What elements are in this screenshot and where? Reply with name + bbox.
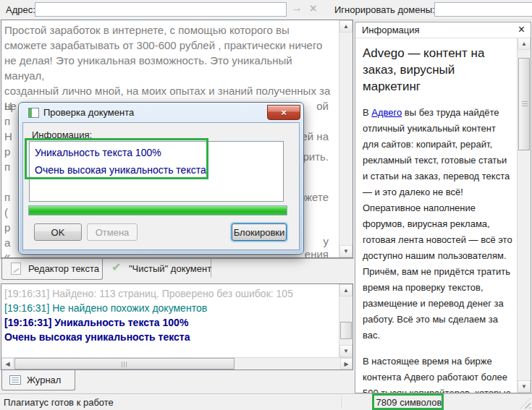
editor-text-fragment: р [4,221,10,234]
log-lines: [19:16:31] Найдено: 113 страниц. Провере… [4,286,334,344]
address-input[interactable] [35,2,287,17]
log-line: [19:16:31] Уникальность текста 100% [4,315,334,330]
dialog-title: Проверка документа [43,107,134,118]
journal-list-icon [9,375,21,385]
panel-vertical-scrollbar[interactable]: ▲ ▼ [517,38,531,393]
article-heading: Advego — контент на заказ, вирусный марк… [363,45,512,95]
info-panel: Информация × Advego — контент на заказ, … [355,22,531,393]
info-paragraph: В Адвего вы без труда найдёте отличный у… [363,105,512,343]
dialog-body: Информация: Уникальность текста 100% Оче… [22,122,300,250]
progress-bar [28,205,287,215]
editor-text-fragment: ей на [301,130,329,142]
advego-link[interactable]: Адвего [371,107,402,118]
scroll-down-icon[interactable]: ▼ [518,380,531,393]
scroll-down-icon[interactable]: ▼ [339,345,352,357]
ignore-domains-label: Игнорировать домены: [334,4,435,15]
editor-tab-bar: Редактор текста ✔ "Чистый" документ [0,258,354,283]
journal-tab-bar: Журнал [0,370,354,393]
dialog-close-button[interactable]: × [267,105,300,120]
editor-text-fragment: у [324,235,329,247]
editor-text-fragment: п [4,115,10,127]
clear-address-icon[interactable]: × [310,2,316,15]
tab-text-editor[interactable]: Редактор текста [1,259,103,280]
scroll-left-icon[interactable]: ◀ [1,358,14,370]
scroll-up-icon[interactable]: ▲ [339,284,352,296]
page-edit-icon [11,262,21,275]
scrollbar-thumb[interactable] [518,58,530,150]
dialog-info-label: Информация: [32,129,92,140]
log-area[interactable]: [19:16:31] Найдено: 113 страниц. Провере… [1,283,353,370]
info-paragraph: В настоящее время на бирже контента Адве… [363,354,512,393]
check-document-dialog: Проверка документа × Информация: Уникаль… [18,102,304,255]
editor-text-fragment: ой [316,100,329,112]
log-line: [19:16:31] Найдено: 113 страниц. Провере… [4,286,334,301]
blocks-button[interactable]: Блокировки [232,223,287,241]
editor-text-fragment: р [4,145,10,158]
scroll-down-icon[interactable]: ▼ [339,245,352,257]
editor-text-fragment: п [4,191,10,203]
tab-label: Журнал [27,375,61,385]
log-vertical-scrollbar[interactable]: ▲ ▼ [339,284,352,357]
go-arrow-icon[interactable]: → [291,1,303,14]
editor-vertical-scrollbar[interactable]: ▲ ▼ [339,20,352,257]
progress-fill [29,206,287,215]
editor-text-fragment: п [4,161,10,173]
editor-text-fragment: а [4,236,10,249]
tab-label: Редактор текста [28,263,99,274]
status-bar: Плагиатус готов к работе 7809 символов [0,393,532,410]
ignore-domains-input[interactable] [434,2,532,17]
dialog-result-box[interactable]: Уникальность текста 100% Очень высокая у… [29,141,284,202]
close-icon[interactable]: × [518,23,525,36]
scroll-up-icon[interactable]: ▲ [518,38,531,50]
log-line: [19:16:31] Не найдено похожих документов [4,301,334,315]
document-check-icon [28,108,39,118]
info-panel-content: Advego — контент на заказ, вирусный марк… [355,38,517,393]
status-separator [342,396,342,409]
address-toolbar: Адрес: → × Игнорировать домены: [0,0,532,20]
uniqueness-verdict: Очень высокая уникальность текста [35,161,278,179]
tab-journal[interactable]: Журнал [1,370,75,390]
info-panel-title: Информация [362,25,420,35]
uniqueness-result: Уникальность текста 100% [35,144,278,161]
editor-text-fragment: ( [4,206,8,218]
check-icon: ✔ [111,260,121,274]
plagiatus-window: Адрес: → × Игнорировать домены: Простой … [0,0,532,410]
cancel-button[interactable]: Отмена [87,223,138,241]
scrollbar-thumb[interactable] [14,358,235,370]
ok-button[interactable]: OK [34,223,82,241]
resize-grip[interactable] [520,398,531,409]
status-message: Плагиатус готов к работе [4,397,114,408]
info-panel-header: Информация × [355,22,531,38]
scroll-up-icon[interactable]: ▲ [339,20,352,33]
thumb-grip [522,101,528,107]
editor-text: Простой заработок в интернете, с помощью… [4,22,332,114]
tab-clean-document[interactable]: ✔ "Чистый" документ [103,259,211,278]
scroll-right-icon[interactable]: ▶ [340,358,352,370]
tab-label: "Чистый" документ [129,263,211,274]
editor-text-fragment: Н [4,130,12,142]
address-label: Адрес: [6,4,35,15]
log-horizontal-scrollbar[interactable]: ◀ ▶ [1,357,352,370]
scrollbar-thumb[interactable] [340,322,352,339]
char-count: 7809 символов [374,397,444,408]
close-icon: × [281,107,287,118]
editor-text-fragment: Ц [4,100,12,112]
log-line: Очень высокая уникальность текста [4,330,334,344]
thumb-grip [122,362,127,367]
